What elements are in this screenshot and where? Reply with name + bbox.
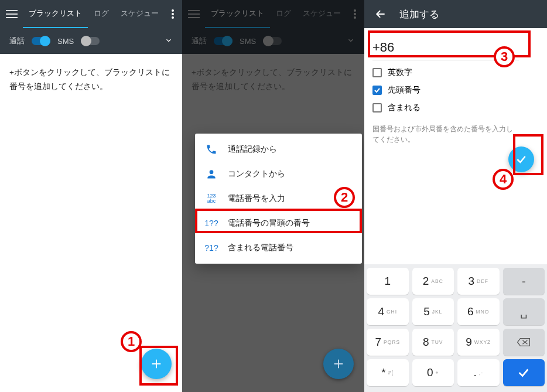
svg-rect-7 — [152, 363, 161, 364]
svg-point-5 — [172, 16, 174, 19]
screen-2-add-menu: ブラックリスト ログ スケジュー 通話 SMS +ボタンをクリックして、ブラック… — [182, 0, 364, 392]
popup-label: コンタクトから — [228, 169, 285, 179]
more-menu-button[interactable] — [348, 2, 362, 26]
phone-icon — [204, 144, 218, 155]
svg-rect-16 — [334, 363, 343, 364]
add-body: +86 英数字 先頭番号 含まれる 国番号および市外局番を含めた番号を入力してく… — [364, 28, 547, 154]
svg-point-3 — [172, 9, 174, 12]
popup-contains-number[interactable]: ?1? 含まれる電話番号 — [195, 236, 362, 260]
label-call: 通話 — [9, 36, 25, 46]
label-call: 通話 — [192, 36, 207, 46]
more-menu-button[interactable] — [166, 2, 180, 26]
back-button[interactable] — [371, 5, 390, 23]
key-3[interactable]: 3DEF — [457, 268, 500, 295]
starts-with-icon: 1?? — [204, 219, 218, 228]
key-6[interactable]: 6MNO — [457, 298, 500, 325]
key-8[interactable]: 8TUV — [412, 329, 454, 356]
svg-point-12 — [354, 13, 356, 15]
tabs: ブラックリスト ログ スケジュー — [23, 1, 165, 28]
toggle-row: 通話 SMS — [0, 28, 182, 54]
svg-rect-0 — [6, 10, 18, 11]
key-enter[interactable] — [503, 359, 545, 386]
add-fab-button-dimmed[interactable] — [323, 349, 354, 379]
tab-log[interactable]: ログ — [88, 1, 115, 28]
popup-label: 電話番号を入力 — [228, 193, 285, 204]
expand-chevron-icon[interactable] — [347, 36, 355, 46]
key-space[interactable]: ␣ — [503, 298, 545, 325]
key-2[interactable]: 2ABC — [412, 268, 454, 295]
popup-label: 通話記録から — [228, 144, 277, 155]
tab-blacklist[interactable]: ブラックリスト — [205, 1, 270, 28]
checkbox-icon — [372, 103, 382, 113]
header-top-row: ブラックリスト ログ スケジュー — [0, 0, 182, 28]
screen-3-add-number: 追加する +86 英数字 先頭番号 含まれる 国番号および市外局番を含めた番号を… — [364, 0, 547, 392]
popup-enter-number[interactable]: 123 abc 電話番号を入力 — [195, 186, 362, 211]
toggle-call[interactable] — [214, 37, 233, 45]
key-4[interactable]: 4GHI — [367, 298, 409, 325]
add-method-popup: 通話記録から コンタクトから 123 abc 電話番号を入力 1?? 電話番号の… — [195, 134, 362, 264]
svg-rect-8 — [188, 10, 200, 11]
popup-from-call-log[interactable]: 通話記録から — [195, 137, 362, 162]
key-9[interactable]: 9WXYZ — [457, 329, 500, 356]
annotation-badge-1: 1 — [121, 331, 142, 352]
checkbox-starts-with[interactable]: 先頭番号 — [372, 85, 539, 96]
popup-label: 電話番号の冒頭の番号 — [228, 218, 310, 229]
key-star[interactable]: *#( — [367, 359, 409, 386]
key-5[interactable]: 5JKL — [412, 298, 454, 325]
key-0[interactable]: 0+ — [412, 359, 454, 386]
hamburger-menu-button[interactable] — [184, 2, 204, 26]
svg-rect-2 — [6, 17, 18, 18]
popup-label: 含まれる電話番号 — [228, 243, 293, 253]
numeric-keypad: 1 2ABC 3DEF - 4GHI 5JKL 6MNO ␣ 7PQRS 8TU… — [364, 264, 547, 392]
tab-log[interactable]: ログ — [270, 1, 297, 28]
phone-number-input[interactable]: +86 — [372, 36, 519, 60]
app-header-dimmed: ブラックリスト ログ スケジュー 通話 SMS — [182, 0, 364, 54]
popup-from-contacts[interactable]: コンタクトから — [195, 162, 362, 186]
checkbox-alphanumeric[interactable]: 英数字 — [372, 67, 539, 78]
label-sms: SMS — [57, 37, 74, 46]
expand-chevron-icon[interactable] — [165, 36, 173, 46]
confirm-fab-button[interactable] — [508, 146, 534, 172]
popup-starts-with[interactable]: 1?? 電話番号の冒頭の番号 — [195, 211, 362, 236]
svg-point-4 — [172, 13, 174, 15]
checkbox-label: 含まれる — [388, 103, 420, 113]
screen-1-blacklist: ブラックリスト ログ スケジュー 通話 SMS +ボタンをクリックして、ブラック… — [0, 0, 182, 392]
key-7[interactable]: 7PQRS — [367, 329, 409, 356]
checkbox-contains[interactable]: 含まれる — [372, 103, 539, 113]
key-backspace[interactable] — [503, 329, 545, 356]
svg-rect-1 — [6, 13, 18, 15]
key-minus[interactable]: - — [503, 268, 545, 295]
toggle-call[interactable] — [32, 37, 50, 45]
help-text: 国番号および市外局番を含めた番号を入力してください。 — [372, 124, 513, 145]
checkbox-checked-icon — [372, 86, 382, 95]
page-title: 追加する — [399, 8, 439, 21]
svg-rect-10 — [188, 17, 200, 18]
add-header: 追加する — [364, 0, 547, 28]
svg-point-11 — [354, 9, 356, 12]
hamburger-menu-button[interactable] — [2, 2, 22, 26]
tab-schedule[interactable]: スケジュー — [115, 1, 165, 28]
svg-point-14 — [210, 170, 214, 174]
checkbox-label: 英数字 — [388, 67, 412, 78]
tab-blacklist[interactable]: ブラックリスト — [23, 1, 88, 28]
key-1[interactable]: 1 — [367, 268, 409, 295]
label-sms: SMS — [240, 37, 256, 46]
svg-point-13 — [354, 16, 356, 19]
annotation-badge-4: 4 — [493, 169, 514, 190]
key-dot[interactable]: .,- — [457, 359, 500, 386]
number-input-icon: 123 abc — [204, 193, 218, 204]
contains-icon: ?1? — [204, 243, 218, 253]
person-icon — [204, 168, 218, 180]
checkbox-icon — [372, 68, 382, 77]
checkbox-label: 先頭番号 — [388, 85, 420, 96]
add-fab-button[interactable] — [141, 349, 172, 379]
empty-state-hint: +ボタンをクリックして、ブラックリストに 番号を追加してください。 — [0, 54, 182, 106]
app-header: ブラックリスト ログ スケジュー 通話 SMS — [0, 0, 182, 54]
toggle-sms[interactable] — [81, 37, 100, 45]
svg-rect-9 — [188, 13, 200, 15]
tab-schedule[interactable]: スケジュー — [297, 1, 347, 28]
toggle-sms[interactable] — [263, 37, 282, 45]
